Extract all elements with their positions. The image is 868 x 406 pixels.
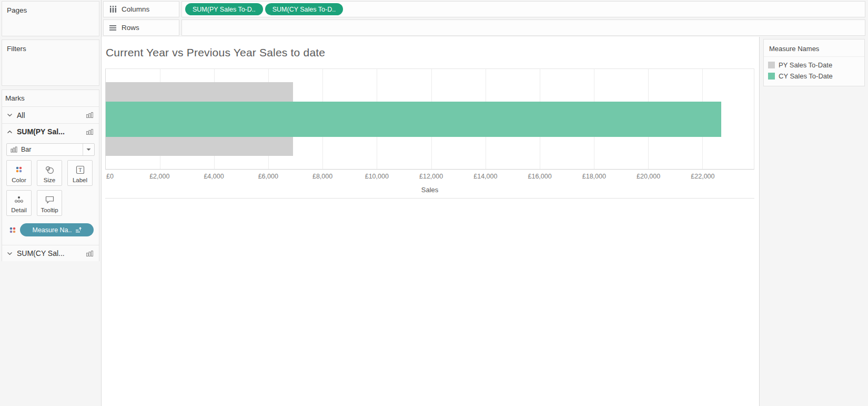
size-button-label: Size xyxy=(44,177,55,183)
marks-header: Marks xyxy=(2,90,99,107)
tooltip-button-label: Tooltip xyxy=(41,207,58,213)
legend-label-cy: CY Sales To-Date xyxy=(779,72,833,80)
marks-card-cy-label: SUM(CY Sal... xyxy=(17,249,82,258)
size-circles-icon xyxy=(45,164,55,175)
columns-shelf-label: Columns xyxy=(103,1,179,17)
x-tick-label: £22,000 xyxy=(691,173,714,180)
tooltip-button[interactable]: Tooltip xyxy=(37,190,62,216)
x-axis-tick-row: £0£2,000£4,000£6,000£8,000£10,000£12,000… xyxy=(105,173,754,181)
color-button[interactable]: Color xyxy=(6,160,32,186)
svg-text:T: T xyxy=(78,167,82,173)
rows-label-text: Rows xyxy=(122,24,139,32)
label-t-icon: T xyxy=(76,164,85,175)
x-tick-label: £4,000 xyxy=(204,173,224,180)
color-button-label: Color xyxy=(12,177,26,183)
bar-chart-mini-icon xyxy=(86,112,94,118)
legend-swatch-cy xyxy=(768,73,775,80)
detail-button[interactable]: Detail xyxy=(6,190,32,216)
x-tick-label: £0 xyxy=(106,173,114,180)
x-tick-label: £2,000 xyxy=(149,173,169,180)
rows-shelf-label: Rows xyxy=(103,19,179,36)
marks-card-py-label: SUM(PY Sal... xyxy=(17,127,82,136)
sort-icon xyxy=(75,227,82,233)
label-button-label: Label xyxy=(73,177,87,183)
x-tick-label: £10,000 xyxy=(365,173,389,180)
filters-shelf[interactable]: Filters xyxy=(2,39,99,86)
legend-item-cy[interactable]: CY Sales To-Date xyxy=(764,71,864,82)
marks-card-py-sales[interactable]: SUM(PY Sal... xyxy=(2,123,99,140)
mark-type-dropdown[interactable]: Bar xyxy=(6,143,95,156)
pages-label: Pages xyxy=(2,2,99,14)
marks-card-all-label: All xyxy=(17,111,82,120)
columns-icon xyxy=(109,6,117,13)
mark-type-value: Bar xyxy=(21,146,83,153)
detail-dots-icon xyxy=(14,194,24,205)
chevron-down-icon[interactable] xyxy=(6,113,13,117)
legend-item-py[interactable]: PY Sales To-Date xyxy=(764,60,864,71)
x-tick-label: £8,000 xyxy=(312,173,332,180)
x-tick-label: £12,000 xyxy=(419,173,443,180)
measure-names-pill-label: Measure Na.. xyxy=(32,226,72,234)
bar-chart-mini-icon xyxy=(86,250,94,257)
filters-label: Filters xyxy=(2,40,99,53)
columns-shelf[interactable]: SUM(PY Sales To-D.. SUM(CY Sales To-D.. xyxy=(181,1,865,17)
tooltip-bubble-icon xyxy=(45,194,55,205)
dropdown-caret-icon[interactable] xyxy=(83,144,94,155)
chevron-down-icon[interactable] xyxy=(6,252,13,255)
color-dots-icon xyxy=(15,164,23,175)
marks-card-all[interactable]: All xyxy=(2,107,99,123)
label-button[interactable]: T Label xyxy=(67,160,93,186)
legend-title: Measure Names xyxy=(764,39,864,57)
x-tick-label: £20,000 xyxy=(637,173,660,180)
pages-shelf[interactable]: Pages xyxy=(2,1,99,36)
x-tick-label: £18,000 xyxy=(582,173,606,180)
pill-sum-cy-sales[interactable]: SUM(CY Sales To-D.. xyxy=(265,3,343,15)
shelf-area: Columns SUM(PY Sales To-D.. SUM(CY Sales… xyxy=(102,0,868,37)
color-dots-icon xyxy=(8,226,17,234)
bar-cy-sales-to-date[interactable] xyxy=(106,102,721,137)
view-bottom-divider xyxy=(105,198,754,199)
marks-card-cy-sales[interactable]: SUM(CY Sal... xyxy=(2,245,99,261)
marks-buttons: Color Size T Label Detail xyxy=(2,156,100,217)
measure-names-pill[interactable]: Measure Na.. xyxy=(20,223,94,236)
x-axis-title: Sales xyxy=(105,186,754,194)
legend-label-py: PY Sales To-Date xyxy=(779,61,832,69)
x-tick-label: £16,000 xyxy=(528,173,552,180)
measure-names-pill-row: Measure Na.. xyxy=(2,217,99,245)
x-tick-label: £14,000 xyxy=(473,173,497,180)
legend-swatch-py xyxy=(768,62,775,68)
legend-panel: Measure Names PY Sales To-Date CY Sales … xyxy=(759,37,868,406)
chart-pane[interactable] xyxy=(105,68,754,170)
columns-label-text: Columns xyxy=(122,5,149,13)
measure-names-legend[interactable]: Measure Names PY Sales To-Date CY Sales … xyxy=(763,39,865,86)
x-tick-label: £6,000 xyxy=(258,173,278,180)
worksheet-view: Current Year vs Previous Year Sales to d… xyxy=(102,37,759,406)
detail-button-label: Detail xyxy=(11,207,26,213)
rows-shelf[interactable] xyxy=(181,19,865,36)
bar-chart-mini-icon xyxy=(11,146,18,153)
sidebar: Pages Filters Marks All SUM(PY Sal... xyxy=(0,0,102,406)
marks-panel: Marks All SUM(PY Sal... Bar xyxy=(2,90,99,261)
bar-chart-mini-icon xyxy=(86,128,94,135)
sheet-title[interactable]: Current Year vs Previous Year Sales to d… xyxy=(106,46,325,59)
size-button[interactable]: Size xyxy=(37,160,62,186)
pill-sum-py-sales[interactable]: SUM(PY Sales To-D.. xyxy=(185,3,263,15)
rows-icon xyxy=(109,25,117,31)
chevron-up-icon[interactable] xyxy=(6,130,13,134)
